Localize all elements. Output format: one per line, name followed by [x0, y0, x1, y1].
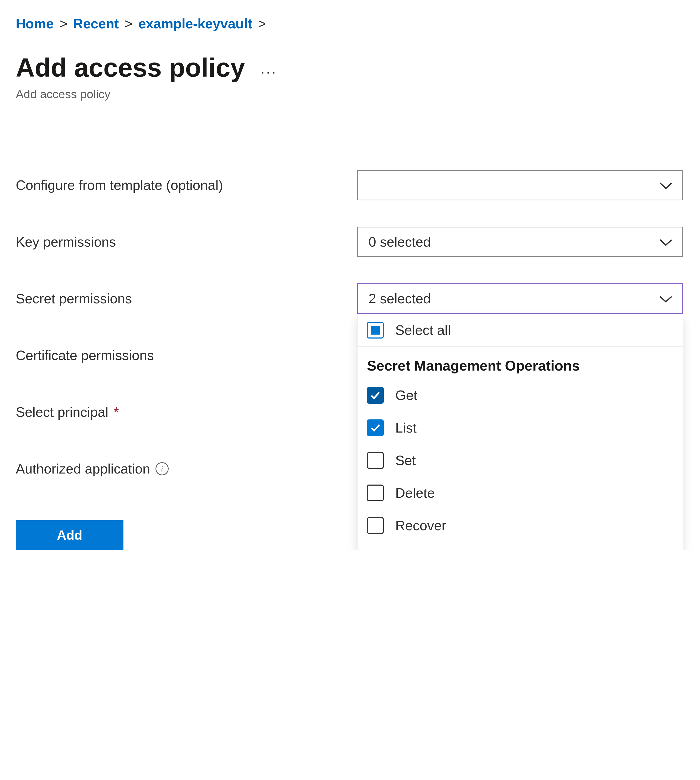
select-all-row[interactable]: Select all — [357, 314, 683, 347]
key-permissions-value: 0 selected — [368, 234, 431, 250]
page-title: Add access policy — [16, 53, 245, 83]
option-set-label: Set — [395, 453, 416, 468]
checkbox-set[interactable] — [367, 452, 384, 469]
page-subtitle: Add access policy — [16, 87, 684, 101]
breadcrumb: Home > Recent > example-keyvault > — [16, 16, 684, 32]
option-list[interactable]: List — [357, 412, 683, 444]
option-set[interactable]: Set — [357, 444, 683, 477]
checkbox-backup[interactable] — [367, 550, 384, 550]
secret-permissions-value: 2 selected — [368, 291, 431, 307]
select-all-label: Select all — [395, 322, 451, 338]
select-all-checkbox[interactable] — [367, 322, 384, 338]
breadcrumb-separator: > — [258, 16, 266, 32]
secret-management-header: Secret Management Operations — [357, 347, 683, 379]
breadcrumb-recent[interactable]: Recent — [73, 16, 119, 32]
add-button[interactable]: Add — [16, 520, 123, 550]
secret-permissions-label: Secret permissions — [16, 291, 357, 307]
template-label: Configure from template (optional) — [16, 177, 357, 193]
secret-permissions-panel: Select all Secret Management Operations … — [357, 314, 683, 550]
option-get-label: Get — [395, 387, 417, 403]
key-permissions-dropdown[interactable]: 0 selected — [357, 227, 683, 257]
option-recover-label: Recover — [395, 518, 446, 533]
breadcrumb-separator: > — [125, 16, 132, 32]
template-dropdown[interactable] — [357, 170, 683, 200]
option-get[interactable]: Get — [357, 379, 683, 412]
chevron-down-icon — [659, 291, 673, 307]
key-permissions-label: Key permissions — [16, 234, 357, 250]
secret-permissions-dropdown[interactable]: 2 selected — [357, 283, 683, 314]
select-principal-label: Select principal * — [16, 404, 357, 420]
required-mark: * — [114, 404, 119, 420]
option-list-label: List — [395, 420, 417, 436]
checkbox-recover[interactable] — [367, 517, 384, 534]
breadcrumb-separator: > — [59, 16, 67, 32]
option-recover[interactable]: Recover — [357, 509, 683, 542]
checkbox-list[interactable] — [367, 419, 384, 436]
option-delete-label: Delete — [395, 485, 435, 501]
info-icon[interactable]: i — [155, 462, 168, 475]
certificate-permissions-label: Certificate permissions — [16, 347, 357, 363]
breadcrumb-keyvault[interactable]: example-keyvault — [138, 16, 252, 32]
authorized-application-label: Authorized application i — [16, 461, 357, 477]
checkbox-delete[interactable] — [367, 485, 384, 502]
more-actions-button[interactable]: ··· — [261, 56, 277, 80]
option-delete[interactable]: Delete — [357, 477, 683, 509]
chevron-down-icon — [659, 234, 673, 250]
chevron-down-icon — [659, 177, 673, 193]
breadcrumb-home[interactable]: Home — [16, 16, 53, 32]
option-backup[interactable]: Backup — [357, 542, 683, 550]
checkbox-get[interactable] — [367, 387, 384, 404]
